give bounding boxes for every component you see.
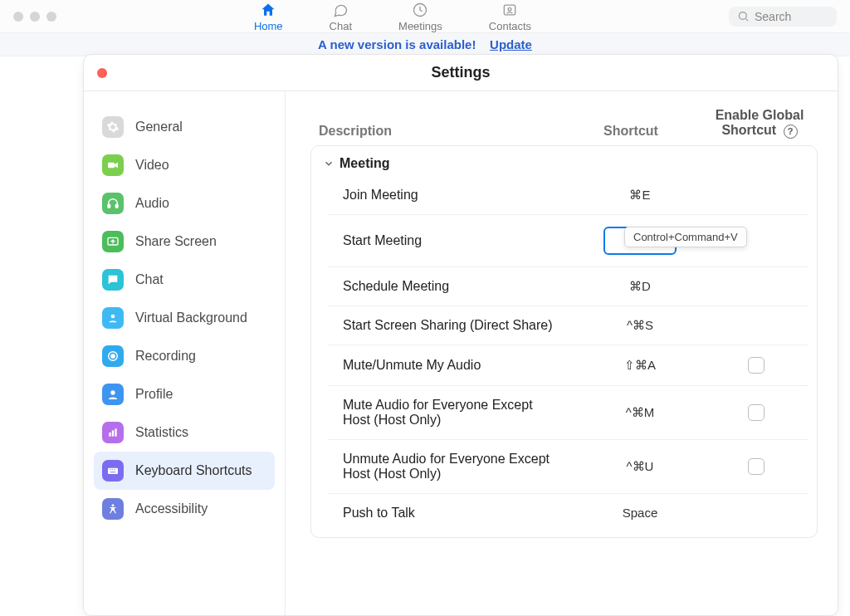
svg-rect-1 xyxy=(505,5,515,15)
shortcut-row-join-meeting: Join Meeting ⌘E xyxy=(328,176,808,214)
contacts-icon xyxy=(501,1,519,19)
traffic-light-close[interactable] xyxy=(13,12,23,22)
sidebar-item-general[interactable]: General xyxy=(94,108,275,146)
share-screen-icon xyxy=(102,231,124,252)
traffic-light-fullscreen[interactable] xyxy=(46,12,56,22)
sidebar-label: Virtual Background xyxy=(135,310,247,325)
video-icon xyxy=(102,154,124,176)
clock-icon xyxy=(411,1,429,19)
headphones-icon xyxy=(102,193,124,214)
shortcut-desc: Join Meeting xyxy=(343,188,561,203)
sidebar-item-keyboard-shortcuts[interactable]: Keyboard Shortcuts xyxy=(94,452,275,490)
sidebar-item-profile[interactable]: Profile xyxy=(94,375,275,413)
svg-rect-12 xyxy=(109,433,110,437)
banner-text: A new version is available! xyxy=(318,37,476,51)
header-description: Description xyxy=(319,124,552,139)
shortcut-keys[interactable]: ⌘D xyxy=(561,279,719,294)
shortcut-desc: Start Meeting xyxy=(343,233,561,248)
nav-tab-chat[interactable]: Chat xyxy=(330,1,352,32)
gear-icon xyxy=(102,116,124,138)
header-enable-global: Enable Global Shortcut ? xyxy=(710,108,809,139)
chat-icon xyxy=(331,1,349,19)
shortcut-row-mute-all: Mute Audio for Everyone Except Host (Hos… xyxy=(328,385,808,439)
sidebar-item-recording[interactable]: Recording xyxy=(94,337,275,375)
search-icon xyxy=(737,10,750,22)
sidebar-label: Statistics xyxy=(135,425,188,440)
profile-icon xyxy=(102,384,124,405)
column-headers: Description Shortcut Enable Global Short… xyxy=(310,103,818,145)
nav-tab-contacts-label: Contacts xyxy=(489,20,531,32)
shortcut-keys[interactable]: Space xyxy=(561,506,719,520)
svg-point-2 xyxy=(509,7,512,11)
sidebar-label: Recording xyxy=(135,349,196,364)
group-header-meeting[interactable]: Meeting xyxy=(311,146,817,176)
svg-point-10 xyxy=(111,354,115,358)
nav-tab-contacts[interactable]: Contacts xyxy=(489,1,531,32)
shortcut-desc: Mute Audio for Everyone Except Host (Hos… xyxy=(343,398,561,428)
group-label: Meeting xyxy=(340,156,389,171)
sidebar-label: Audio xyxy=(135,196,169,211)
shortcut-desc: Push to Talk xyxy=(343,506,561,521)
sidebar-label: Accessibility xyxy=(135,501,208,516)
svg-point-3 xyxy=(740,12,747,20)
svg-point-11 xyxy=(110,390,115,394)
shortcut-keys[interactable]: ^⌘M xyxy=(561,405,719,420)
person-icon xyxy=(102,307,124,329)
shortcut-keys[interactable]: ⌘E xyxy=(561,188,719,203)
svg-point-8 xyxy=(111,315,115,319)
update-banner: A new version is available! Update xyxy=(0,33,850,56)
nav-tab-chat-label: Chat xyxy=(330,20,352,32)
shortcut-global-cell xyxy=(719,458,794,475)
sidebar-item-video[interactable]: Video xyxy=(94,146,275,184)
sidebar-item-virtual-background[interactable]: Virtual Background xyxy=(94,299,275,337)
shortcuts-panel: Meeting Join Meeting ⌘E Start Meeting ⇧⌘ xyxy=(310,145,818,538)
header-shortcut: Shortcut xyxy=(552,124,710,139)
traffic-light-minimize[interactable] xyxy=(30,12,40,22)
sidebar-item-audio[interactable]: Audio xyxy=(94,184,275,222)
shortcut-row-push-to-talk: Push to Talk Space xyxy=(328,493,808,532)
sidebar-item-chat[interactable]: Chat xyxy=(94,261,275,299)
shortcut-desc: Schedule Meeting xyxy=(343,279,561,294)
svg-point-20 xyxy=(111,504,114,506)
chevron-down-icon xyxy=(323,158,335,169)
nav-tab-home[interactable]: Home xyxy=(254,1,283,32)
chat-bubble-icon xyxy=(102,269,124,291)
enable-global-checkbox[interactable] xyxy=(748,458,765,475)
shortcut-row-screen-share: Start Screen Sharing (Direct Share) ^⌘S xyxy=(328,306,808,345)
shortcut-keys[interactable]: ^⌘U xyxy=(561,459,719,474)
sidebar-label: Keyboard Shortcuts xyxy=(135,463,252,478)
shortcut-desc: Unmute Audio for Everyone Except Host (H… xyxy=(343,452,561,482)
shortcut-global-cell xyxy=(719,404,794,421)
shortcut-keys[interactable]: ^⌘S xyxy=(561,318,719,333)
svg-rect-6 xyxy=(115,204,118,208)
enable-global-checkbox[interactable] xyxy=(748,404,765,421)
banner-update-link[interactable]: Update xyxy=(490,37,532,51)
sidebar-label: Chat xyxy=(135,272,164,287)
sidebar-item-statistics[interactable]: Statistics xyxy=(94,413,275,452)
search-placeholder: Search xyxy=(755,10,791,23)
search-box[interactable]: Search xyxy=(729,7,837,27)
sidebar-item-accessibility[interactable]: Accessibility xyxy=(94,490,275,528)
svg-rect-5 xyxy=(108,204,110,208)
sidebar-item-share-screen[interactable]: Share Screen xyxy=(94,222,275,261)
app-titlebar: Home Chat Meetings Contacts Search xyxy=(0,0,850,33)
help-icon[interactable]: ? xyxy=(784,125,798,139)
svg-rect-13 xyxy=(112,430,114,436)
home-icon xyxy=(259,1,277,19)
settings-close-button[interactable] xyxy=(97,68,107,78)
sidebar-label: General xyxy=(135,120,183,134)
keyboard-icon xyxy=(102,460,124,482)
nav-tab-home-label: Home xyxy=(254,20,283,32)
svg-rect-4 xyxy=(108,163,115,169)
window-traffic-lights xyxy=(13,12,56,22)
enable-global-checkbox[interactable] xyxy=(748,357,765,374)
svg-rect-15 xyxy=(108,468,118,474)
sidebar-label: Video xyxy=(135,158,169,173)
sidebar-label: Profile xyxy=(135,387,173,402)
shortcut-desc: Start Screen Sharing (Direct Share) xyxy=(343,318,561,333)
nav-tab-meetings[interactable]: Meetings xyxy=(398,1,442,32)
shortcut-keys[interactable]: ⇧⌘A xyxy=(561,358,719,373)
shortcut-row-mute-unmute: Mute/Unmute My Audio ⇧⌘A xyxy=(328,345,808,385)
svg-rect-14 xyxy=(115,428,116,436)
shortcut-global-cell xyxy=(719,357,794,374)
